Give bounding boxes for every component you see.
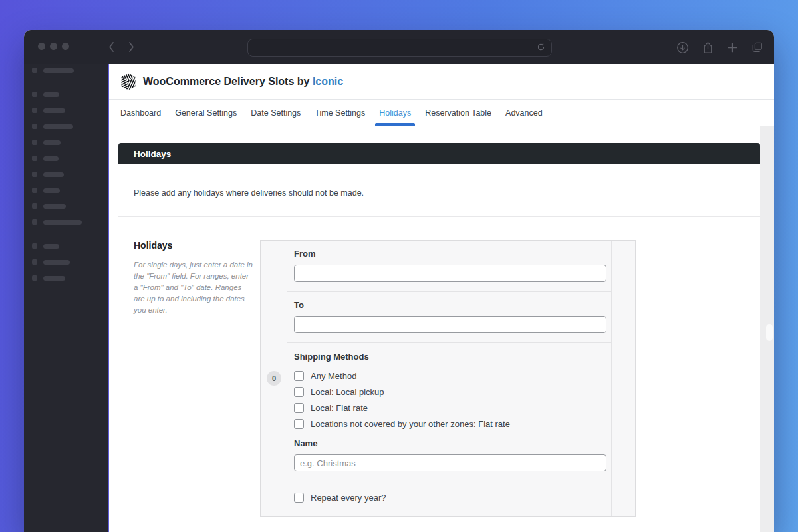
row-actions-column xyxy=(611,241,635,516)
sidebar-skeleton-item xyxy=(32,108,65,113)
field-group-help: For single days, just enter a date in th… xyxy=(134,259,255,316)
skeleton-bar xyxy=(43,68,74,73)
shipping-method-checkbox[interactable] xyxy=(294,387,304,397)
admin-sidebar xyxy=(24,64,109,532)
sidebar-skeleton-item xyxy=(32,219,82,225)
skeleton-bar xyxy=(43,260,70,265)
sidebar-skeleton-item xyxy=(32,259,70,265)
panel-description: Please add any holidays where deliveries… xyxy=(118,164,760,217)
to-label: To xyxy=(294,300,605,310)
panel-header: Holidays xyxy=(118,143,760,164)
shipping-method-option[interactable]: Local: Flat rate xyxy=(294,400,605,416)
sidebar-skeleton-item xyxy=(32,172,64,177)
shipping-method-option[interactable]: Any Method xyxy=(294,368,605,384)
skeleton-dot xyxy=(32,203,37,209)
window-dot-icon[interactable] xyxy=(50,43,57,50)
field-group-label: Holidays xyxy=(134,240,260,251)
tab-advanced[interactable]: Advanced xyxy=(505,100,543,126)
back-button[interactable] xyxy=(107,41,116,53)
to-date-input[interactable] xyxy=(294,316,606,333)
skeleton-dot xyxy=(32,124,37,129)
repeat-every-year-checkbox[interactable] xyxy=(294,493,304,503)
shipping-method-checkbox[interactable] xyxy=(294,371,304,381)
sidebar-skeleton-item xyxy=(32,275,65,281)
sidebar-skeleton-item xyxy=(32,203,66,209)
skeleton-dot xyxy=(32,275,37,281)
row-index-column: 0 xyxy=(261,241,287,516)
skeleton-bar xyxy=(43,108,65,113)
skeleton-bar xyxy=(43,220,82,225)
skeleton-dot xyxy=(32,108,37,113)
plugin-header: WooCommerce Delivery Slots by Iconic xyxy=(109,64,774,100)
from-date-input[interactable] xyxy=(294,265,606,282)
skeleton-bar xyxy=(43,204,66,209)
skeleton-bar xyxy=(43,244,59,249)
row-index-badge: 0 xyxy=(267,371,281,386)
skeleton-dot xyxy=(32,68,37,73)
tab-general-settings[interactable]: General Settings xyxy=(175,100,237,126)
sidebar-skeleton-item xyxy=(32,156,59,161)
skeleton-bar xyxy=(43,156,59,161)
sidebar-skeleton-item xyxy=(32,188,60,193)
browser-chrome xyxy=(24,30,774,64)
page-title: WooCommerce Delivery Slots by Iconic xyxy=(143,76,343,88)
panel-title: Holidays xyxy=(134,149,171,159)
tab-dashboard[interactable]: Dashboard xyxy=(120,100,161,126)
new-tab-icon[interactable] xyxy=(727,42,738,53)
skeleton-dot xyxy=(32,243,37,249)
settings-tabs: DashboardGeneral SettingsDate SettingsTi… xyxy=(109,100,774,126)
from-label: From xyxy=(294,249,605,259)
sidebar-skeleton-item xyxy=(32,124,73,129)
skeleton-dot xyxy=(32,188,37,193)
address-bar[interactable] xyxy=(247,39,552,57)
skeleton-bar xyxy=(43,188,60,193)
forward-button[interactable] xyxy=(127,41,136,53)
shipping-method-checkbox[interactable] xyxy=(294,419,304,429)
skeleton-bar xyxy=(43,140,61,145)
skeleton-bar xyxy=(43,172,64,177)
repeat-every-year-option[interactable]: Repeat every year? xyxy=(294,490,386,506)
tab-time-settings[interactable]: Time Settings xyxy=(315,100,365,126)
skeleton-dot xyxy=(32,172,37,177)
tab-holidays[interactable]: Holidays xyxy=(379,100,411,126)
scrollbar-track[interactable] xyxy=(760,126,774,532)
skeleton-bar xyxy=(43,124,73,129)
shipping-method-option[interactable]: Local: Local pickup xyxy=(294,384,605,400)
sidebar-skeleton-item xyxy=(32,140,61,145)
window-dot-icon[interactable] xyxy=(62,43,69,50)
browser-window: WooCommerce Delivery Slots by Iconic Das… xyxy=(24,30,774,532)
skeleton-dot xyxy=(32,259,37,265)
sidebar-skeleton-item xyxy=(32,243,59,249)
window-dot-icon[interactable] xyxy=(38,43,45,50)
url-input[interactable] xyxy=(248,43,537,53)
skeleton-dot xyxy=(32,219,37,225)
iconic-link[interactable]: Iconic xyxy=(313,76,343,87)
scrollbar-thumb[interactable] xyxy=(766,324,773,341)
tab-overview-icon[interactable] xyxy=(751,41,763,53)
skeleton-dot xyxy=(32,92,37,97)
sidebar-skeleton-item xyxy=(32,92,59,97)
shipping-methods-label: Shipping Methods xyxy=(294,352,605,362)
share-icon[interactable] xyxy=(702,41,714,54)
tab-reservation-table[interactable]: Reservation Table xyxy=(425,100,491,126)
reload-icon[interactable] xyxy=(537,42,545,54)
sidebar-skeleton-item xyxy=(32,68,74,73)
iconic-cube-logo-icon xyxy=(120,73,136,90)
skeleton-bar xyxy=(43,276,65,281)
downloads-icon[interactable] xyxy=(676,41,689,54)
tab-date-settings[interactable]: Date Settings xyxy=(251,100,301,126)
skeleton-dot xyxy=(32,140,37,145)
window-controls[interactable] xyxy=(38,43,69,50)
holiday-repeater-row: 0 From To xyxy=(260,240,636,517)
skeleton-bar xyxy=(43,92,59,97)
page-title-text: WooCommerce Delivery Slots by xyxy=(143,76,309,87)
holiday-name-input[interactable] xyxy=(294,454,606,471)
shipping-method-checkbox[interactable] xyxy=(294,403,304,413)
name-label: Name xyxy=(294,438,605,448)
skeleton-dot xyxy=(32,156,37,161)
